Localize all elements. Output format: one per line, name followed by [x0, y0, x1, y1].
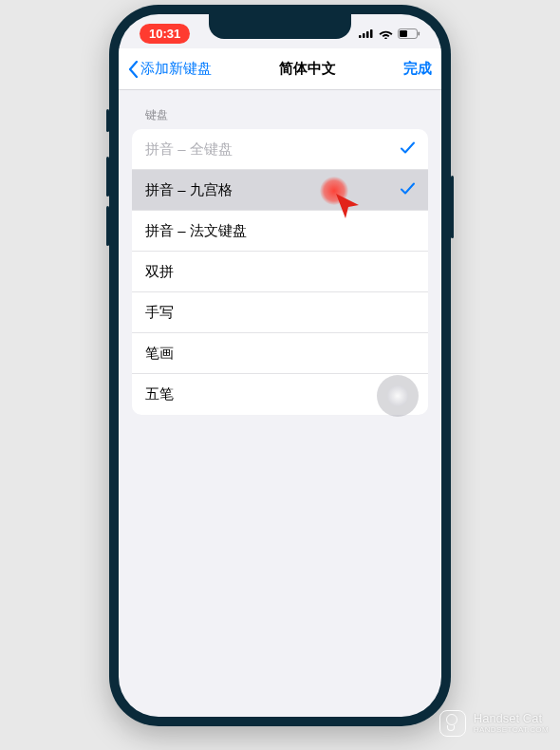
watermark-name: Handset Cat [474, 712, 549, 725]
svg-rect-6 [419, 31, 420, 35]
keyboard-label: 拼音 – 全键盘 [145, 141, 233, 159]
checkmark-icon [401, 182, 415, 198]
keyboard-row[interactable]: 拼音 – 法文键盘 [132, 211, 428, 252]
phone-frame: 10:31 添加新键盘 简体中文 完成 键盘 [109, 5, 451, 726]
keyboard-label: 手写 [145, 304, 174, 322]
keyboard-row[interactable]: 拼音 – 九宫格 [132, 170, 428, 211]
back-label: 添加新键盘 [140, 60, 212, 78]
svg-rect-0 [359, 35, 362, 38]
status-time-recording[interactable]: 10:31 [140, 24, 190, 44]
cursor-icon [334, 192, 363, 223]
keyboard-label: 双拼 [145, 263, 174, 281]
chevron-left-icon [128, 61, 139, 78]
section-header: 键盘 [119, 107, 441, 129]
power-button[interactable] [451, 176, 454, 238]
svg-rect-1 [363, 33, 365, 38]
assistive-touch[interactable] [377, 375, 419, 417]
keyboard-list: 拼音 – 全键盘拼音 – 九宫格拼音 – 法文键盘双拼手写笔画五笔 [132, 129, 428, 415]
keyboard-label: 笔画 [145, 345, 174, 363]
keyboard-row[interactable]: 笔画 [132, 333, 428, 374]
volume-down-button[interactable] [106, 206, 109, 246]
signal-icon [359, 28, 374, 38]
keyboard-label: 拼音 – 法文键盘 [145, 222, 247, 240]
keyboard-label: 五笔 [145, 385, 174, 403]
keyboard-label: 拼音 – 九宫格 [145, 181, 233, 199]
keyboard-row[interactable]: 拼音 – 全键盘 [132, 129, 428, 170]
nav-title: 简体中文 [279, 60, 336, 78]
svg-rect-5 [400, 30, 407, 37]
screen: 10:31 添加新键盘 简体中文 完成 键盘 [119, 14, 441, 717]
done-button[interactable]: 完成 [403, 60, 432, 78]
battery-icon [398, 28, 420, 39]
wifi-icon [379, 28, 393, 39]
keyboard-row[interactable]: 手写 [132, 292, 428, 333]
svg-rect-3 [370, 29, 373, 38]
back-button[interactable]: 添加新键盘 [128, 60, 212, 78]
checkmark-icon [401, 141, 415, 158]
watermark-icon [439, 710, 466, 737]
mute-switch[interactable] [106, 109, 109, 132]
watermark-url: HANDSETCAT.COM [474, 726, 549, 735]
keyboard-row[interactable]: 双拼 [132, 252, 428, 292]
content: 键盘 拼音 – 全键盘拼音 – 九宫格拼音 – 法文键盘双拼手写笔画五笔 [119, 90, 441, 415]
notch [209, 14, 351, 39]
nav-bar: 添加新键盘 简体中文 完成 [119, 48, 441, 90]
svg-rect-2 [366, 31, 369, 38]
watermark: Handset Cat HANDSETCAT.COM [439, 710, 549, 737]
volume-up-button[interactable] [106, 157, 109, 197]
